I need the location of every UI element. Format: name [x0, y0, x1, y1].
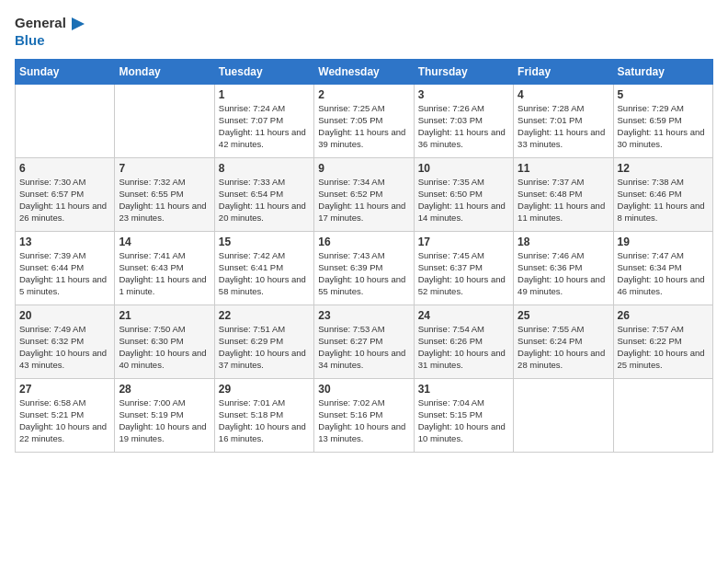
- week-row-1: 1Sunrise: 7:24 AM Sunset: 7:07 PM Daylig…: [16, 85, 713, 158]
- calendar-cell: 10Sunrise: 7:35 AM Sunset: 6:50 PM Dayli…: [414, 158, 513, 232]
- week-row-3: 13Sunrise: 7:39 AM Sunset: 6:44 PM Dayli…: [16, 232, 713, 305]
- calendar-table: SundayMondayTuesdayWednesdayThursdayFrid…: [15, 59, 713, 453]
- day-number: 23: [318, 309, 409, 322]
- cell-info: Sunrise: 7:30 AM Sunset: 6:57 PM Dayligh…: [19, 177, 110, 224]
- calendar-cell: 27Sunrise: 6:58 AM Sunset: 5:21 PM Dayli…: [16, 379, 115, 453]
- day-number: 13: [19, 236, 110, 248]
- cell-info: Sunrise: 7:41 AM Sunset: 6:43 PM Dayligh…: [119, 250, 210, 297]
- calendar-cell: 23Sunrise: 7:53 AM Sunset: 6:27 PM Dayli…: [314, 305, 414, 379]
- cell-info: Sunrise: 7:50 AM Sunset: 6:30 PM Dayligh…: [119, 324, 210, 371]
- page-header: GeneralBlue: [15, 15, 713, 48]
- day-number: 19: [618, 236, 709, 248]
- day-number: 1: [219, 88, 310, 101]
- cell-info: Sunrise: 7:54 AM Sunset: 6:26 PM Dayligh…: [418, 324, 509, 371]
- cell-info: Sunrise: 7:35 AM Sunset: 6:50 PM Dayligh…: [418, 177, 509, 224]
- cell-info: Sunrise: 7:04 AM Sunset: 5:15 PM Dayligh…: [418, 397, 509, 444]
- calendar-cell: 29Sunrise: 7:01 AM Sunset: 5:18 PM Dayli…: [214, 379, 313, 453]
- day-number: 27: [19, 383, 110, 396]
- day-number: 28: [119, 383, 210, 396]
- calendar-cell: 31Sunrise: 7:04 AM Sunset: 5:15 PM Dayli…: [414, 379, 513, 453]
- calendar-cell: 9Sunrise: 7:34 AM Sunset: 6:52 PM Daylig…: [314, 158, 414, 232]
- calendar-cell: 11Sunrise: 7:37 AM Sunset: 6:48 PM Dayli…: [514, 158, 613, 232]
- day-number: 26: [618, 309, 709, 322]
- logo-text: GeneralBlue: [15, 15, 85, 48]
- logo-arrow-icon: [68, 16, 85, 32]
- calendar-cell: 28Sunrise: 7:00 AM Sunset: 5:19 PM Dayli…: [115, 379, 214, 453]
- cell-info: Sunrise: 7:26 AM Sunset: 7:03 PM Dayligh…: [418, 103, 509, 150]
- cell-info: Sunrise: 7:29 AM Sunset: 6:59 PM Dayligh…: [618, 103, 709, 150]
- day-header-monday: Monday: [115, 60, 214, 85]
- day-number: 11: [518, 162, 609, 175]
- calendar-cell: 4Sunrise: 7:28 AM Sunset: 7:01 PM Daylig…: [514, 85, 613, 158]
- day-number: 24: [418, 309, 509, 322]
- calendar-cell: 20Sunrise: 7:49 AM Sunset: 6:32 PM Dayli…: [16, 305, 115, 379]
- calendar-cell: [16, 85, 115, 158]
- calendar-cell: 1Sunrise: 7:24 AM Sunset: 7:07 PM Daylig…: [214, 85, 313, 158]
- calendar-cell: [115, 85, 214, 158]
- calendar-cell: 13Sunrise: 7:39 AM Sunset: 6:44 PM Dayli…: [16, 232, 115, 305]
- logo: GeneralBlue: [15, 15, 85, 48]
- calendar-cell: [514, 379, 613, 453]
- calendar-cell: 24Sunrise: 7:54 AM Sunset: 6:26 PM Dayli…: [414, 305, 513, 379]
- cell-info: Sunrise: 7:46 AM Sunset: 6:36 PM Dayligh…: [518, 250, 609, 297]
- calendar-cell: 25Sunrise: 7:55 AM Sunset: 6:24 PM Dayli…: [514, 305, 613, 379]
- day-number: 22: [219, 309, 310, 322]
- day-number: 21: [119, 309, 210, 322]
- calendar-cell: 7Sunrise: 7:32 AM Sunset: 6:55 PM Daylig…: [115, 158, 214, 232]
- day-number: 4: [518, 88, 609, 101]
- week-row-4: 20Sunrise: 7:49 AM Sunset: 6:32 PM Dayli…: [16, 305, 713, 379]
- day-number: 29: [219, 383, 310, 396]
- cell-info: Sunrise: 7:53 AM Sunset: 6:27 PM Dayligh…: [318, 324, 409, 371]
- calendar-cell: 26Sunrise: 7:57 AM Sunset: 6:22 PM Dayli…: [613, 305, 712, 379]
- cell-info: Sunrise: 6:58 AM Sunset: 5:21 PM Dayligh…: [19, 397, 110, 444]
- calendar-cell: 17Sunrise: 7:45 AM Sunset: 6:37 PM Dayli…: [414, 232, 513, 305]
- calendar-cell: 22Sunrise: 7:51 AM Sunset: 6:29 PM Dayli…: [214, 305, 313, 379]
- cell-info: Sunrise: 7:38 AM Sunset: 6:46 PM Dayligh…: [618, 177, 709, 224]
- svg-marker-0: [72, 17, 85, 30]
- calendar-cell: 5Sunrise: 7:29 AM Sunset: 6:59 PM Daylig…: [613, 85, 712, 158]
- calendar-cell: 8Sunrise: 7:33 AM Sunset: 6:54 PM Daylig…: [214, 158, 313, 232]
- cell-info: Sunrise: 7:57 AM Sunset: 6:22 PM Dayligh…: [618, 324, 709, 371]
- calendar-cell: 12Sunrise: 7:38 AM Sunset: 6:46 PM Dayli…: [613, 158, 712, 232]
- day-number: 25: [518, 309, 609, 322]
- calendar-cell: 19Sunrise: 7:47 AM Sunset: 6:34 PM Dayli…: [613, 232, 712, 305]
- calendar-cell: [613, 379, 712, 453]
- calendar-cell: 15Sunrise: 7:42 AM Sunset: 6:41 PM Dayli…: [214, 232, 313, 305]
- cell-info: Sunrise: 7:49 AM Sunset: 6:32 PM Dayligh…: [19, 324, 110, 371]
- cell-info: Sunrise: 7:42 AM Sunset: 6:41 PM Dayligh…: [219, 250, 310, 297]
- day-number: 7: [119, 162, 210, 175]
- calendar-cell: 2Sunrise: 7:25 AM Sunset: 7:05 PM Daylig…: [314, 85, 414, 158]
- header-row: SundayMondayTuesdayWednesdayThursdayFrid…: [16, 60, 713, 85]
- day-number: 17: [418, 236, 509, 248]
- day-header-sunday: Sunday: [16, 60, 115, 85]
- day-number: 14: [119, 236, 210, 248]
- day-number: 31: [418, 383, 509, 396]
- cell-info: Sunrise: 7:02 AM Sunset: 5:16 PM Dayligh…: [318, 397, 409, 444]
- cell-info: Sunrise: 7:45 AM Sunset: 6:37 PM Dayligh…: [418, 250, 509, 297]
- calendar-cell: 18Sunrise: 7:46 AM Sunset: 6:36 PM Dayli…: [514, 232, 613, 305]
- day-number: 3: [418, 88, 509, 101]
- day-number: 6: [19, 162, 110, 175]
- calendar-cell: 16Sunrise: 7:43 AM Sunset: 6:39 PM Dayli…: [314, 232, 414, 305]
- day-number: 18: [518, 236, 609, 248]
- cell-info: Sunrise: 7:01 AM Sunset: 5:18 PM Dayligh…: [219, 397, 310, 444]
- day-number: 15: [219, 236, 310, 248]
- cell-info: Sunrise: 7:47 AM Sunset: 6:34 PM Dayligh…: [618, 250, 709, 297]
- day-number: 2: [318, 88, 409, 101]
- day-number: 30: [318, 383, 409, 396]
- cell-info: Sunrise: 7:32 AM Sunset: 6:55 PM Dayligh…: [119, 177, 210, 224]
- cell-info: Sunrise: 7:39 AM Sunset: 6:44 PM Dayligh…: [19, 250, 110, 297]
- day-header-thursday: Thursday: [414, 60, 513, 85]
- week-row-2: 6Sunrise: 7:30 AM Sunset: 6:57 PM Daylig…: [16, 158, 713, 232]
- day-number: 16: [318, 236, 409, 248]
- calendar-cell: 14Sunrise: 7:41 AM Sunset: 6:43 PM Dayli…: [115, 232, 214, 305]
- day-header-friday: Friday: [514, 60, 613, 85]
- cell-info: Sunrise: 7:37 AM Sunset: 6:48 PM Dayligh…: [518, 177, 609, 224]
- day-number: 12: [618, 162, 709, 175]
- day-number: 10: [418, 162, 509, 175]
- week-row-5: 27Sunrise: 6:58 AM Sunset: 5:21 PM Dayli…: [16, 379, 713, 453]
- cell-info: Sunrise: 7:34 AM Sunset: 6:52 PM Dayligh…: [318, 177, 409, 224]
- day-number: 8: [219, 162, 310, 175]
- day-header-wednesday: Wednesday: [314, 60, 414, 85]
- day-number: 9: [318, 162, 409, 175]
